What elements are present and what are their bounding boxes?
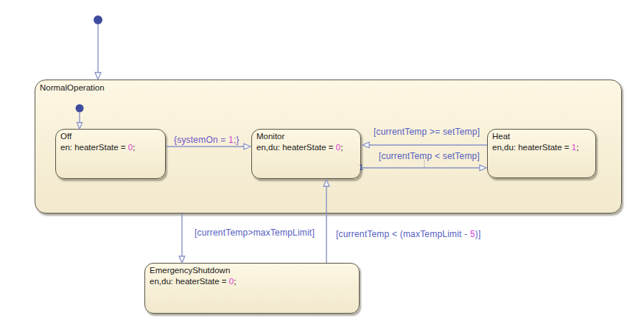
action-text: en,du: heaterState = <box>492 143 572 152</box>
state-name-label: NormalOperation <box>40 82 617 94</box>
action-text: en,du: heaterState = <box>150 277 229 286</box>
action-text: en: heaterState = <box>60 143 128 152</box>
state-monitor[interactable]: Monitor en,du: heaterState = 0; <box>251 129 361 179</box>
arrowhead-icon <box>95 73 101 80</box>
state-name-label: Monitor <box>256 131 356 142</box>
label-number: 1 <box>228 135 234 145</box>
state-off[interactable]: Off en: heaterState = 0; <box>55 129 166 179</box>
state-action-text: en,du: heaterState = 1; <box>492 142 591 153</box>
state-name-label: Heat <box>492 131 591 142</box>
transition-label-monitor-to-heat[interactable]: [currentTemp < setTemp] <box>379 151 480 161</box>
label-text: [currentTemp < (maxTempLimit - <box>336 229 470 239</box>
action-text: ; <box>133 143 135 152</box>
transition-normal-to-emergency[interactable] <box>179 214 185 263</box>
action-text: ; <box>234 277 236 286</box>
action-text: en,du: heaterState = <box>256 143 336 152</box>
label-text: ;} <box>234 135 239 145</box>
action-text: ; <box>576 143 578 152</box>
state-emergencyshutdown[interactable]: EmergencyShutdown en,du: heaterState = 0… <box>144 263 360 314</box>
state-heat[interactable]: Heat en,du: heaterState = 1; <box>487 129 596 178</box>
transition-label-heat-to-monitor[interactable]: [currentTemp >= setTemp] <box>374 127 480 137</box>
label-text: {systemOn = <box>174 135 228 145</box>
transition-priority-number: 1 <box>359 163 363 172</box>
stateflow-chart-canvas: NormalOperation Off en: heaterState = 0;… <box>0 0 644 335</box>
state-action-text: en,du: heaterState = 0; <box>150 276 354 287</box>
transition-label-emergency-to-monitor[interactable]: [currentTemp < (maxTempLimit - 5)] <box>336 229 481 239</box>
label-number: 5 <box>470 229 475 239</box>
state-action-text: en: heaterState = 0; <box>60 142 161 153</box>
default-transition-dot <box>94 15 102 24</box>
state-action-text: en,du: heaterState = 0; <box>256 142 356 153</box>
state-name-label: EmergencyShutdown <box>150 265 354 276</box>
label-text: )] <box>475 229 481 239</box>
transition-label-normal-to-emergency[interactable]: [currentTemp>maxTempLimit] <box>195 228 315 238</box>
transition-label-off-to-monitor[interactable]: {systemOn = 1;} <box>174 135 239 145</box>
state-name-label: Off <box>60 131 161 142</box>
action-text: ; <box>340 143 343 152</box>
arrowhead-icon <box>179 256 185 263</box>
transition-default-chart[interactable] <box>94 15 102 80</box>
